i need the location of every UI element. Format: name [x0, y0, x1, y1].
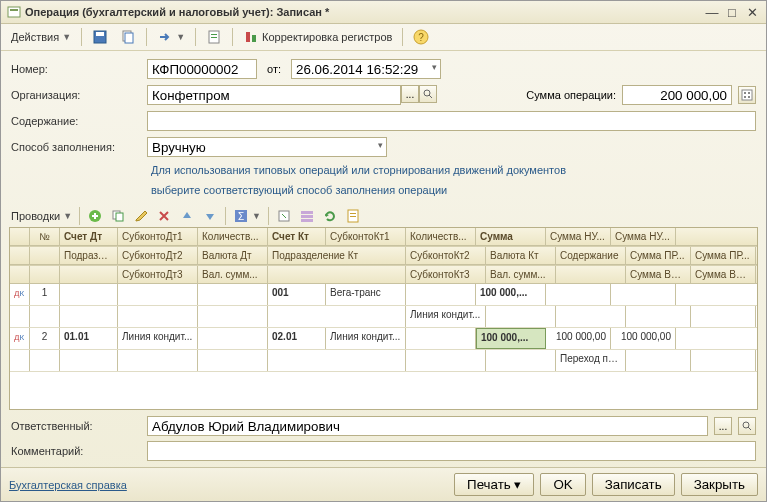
svg-rect-9 — [246, 32, 250, 42]
close-form-button[interactable]: Закрыть — [681, 473, 758, 496]
date-input[interactable] — [291, 59, 441, 79]
cell-qtydt[interactable] — [198, 328, 268, 349]
col-cur-kt[interactable]: Валюта Кт — [486, 247, 556, 264]
add-row-button[interactable] — [85, 207, 105, 225]
responsible-input[interactable] — [147, 416, 708, 436]
report-toolbar-button[interactable] — [202, 27, 226, 47]
cell-subkt1[interactable]: Линия кондит... — [326, 328, 406, 349]
col-vr2[interactable]: Сумма ВР ... — [691, 266, 756, 283]
col-subkt1[interactable]: СубконтоКт1 — [326, 228, 406, 245]
cell-qtydt[interactable] — [198, 284, 268, 305]
fill-method-select[interactable] — [147, 137, 387, 157]
col-cursum-kt[interactable]: Вал. сумм... — [486, 266, 556, 283]
table-row-sub[interactable]: Линия кондит... — [10, 306, 757, 328]
cell-subkt1[interactable]: Вега-транс — [326, 284, 406, 305]
col-acc-kt[interactable]: Счет Кт — [268, 228, 326, 245]
print-button[interactable]: Печать ▾ — [454, 473, 534, 496]
sum-op-input[interactable] — [622, 85, 732, 105]
col-subdt3[interactable]: СубконтоДт3 — [118, 266, 198, 283]
minimize-button[interactable]: — — [704, 4, 720, 20]
org-input[interactable] — [147, 85, 401, 105]
go-toolbar-button[interactable]: ▼ — [153, 27, 189, 47]
table-row-sub[interactable]: Переход права ... — [10, 350, 757, 372]
col-cur-dt[interactable]: Валюта Дт — [198, 247, 268, 264]
comment-input[interactable] — [147, 441, 756, 461]
entries-grid[interactable]: № Счет Дт СубконтоДт1 Количеств... Счет … — [9, 227, 758, 410]
cell-content[interactable]: Переход права ... — [556, 350, 626, 371]
registers-correction-button[interactable]: Корректировка регистров — [239, 27, 396, 47]
actions-menu[interactable]: Действия ▼ — [7, 29, 75, 45]
svg-rect-30 — [350, 213, 356, 214]
from-label: от: — [267, 63, 281, 75]
actions-label: Действия — [11, 31, 59, 43]
cell-nu2[interactable]: 100 000,00 — [611, 328, 676, 349]
col-div-kt[interactable]: Подразделение Кт — [268, 247, 406, 264]
table-row[interactable]: ДК 2 01.01 Линия кондит... 02.01 Линия к… — [10, 328, 757, 350]
cell-subkt2[interactable]: Линия кондит... — [406, 306, 486, 327]
close-button[interactable]: ✕ — [744, 4, 760, 20]
col-subkt2[interactable]: СубконтоКт2 — [406, 247, 486, 264]
spravka-link[interactable]: Бухгалтерская справка — [9, 479, 127, 491]
cell-acckt[interactable]: 001 — [268, 284, 326, 305]
entries-menu[interactable]: Проводки▼ — [9, 209, 74, 223]
col-nu2[interactable]: Сумма НУ... — [611, 228, 676, 245]
col-nu1[interactable]: Сумма НУ... — [546, 228, 611, 245]
move-down-button[interactable] — [200, 207, 220, 225]
cell-nu1[interactable]: 100 000,00 — [546, 328, 611, 349]
entries-toolbar: Проводки▼ Σ▼ — [1, 205, 766, 227]
org-search-button[interactable] — [419, 85, 437, 103]
cell-qtykt[interactable] — [406, 328, 476, 349]
svg-rect-26 — [301, 211, 313, 214]
col-qty-kt[interactable]: Количеств... — [406, 228, 476, 245]
ok-button[interactable]: OK — [540, 473, 585, 496]
responsible-search-button[interactable] — [738, 417, 756, 435]
col-pr2[interactable]: Сумма ПР... — [691, 247, 756, 264]
col-subdt1[interactable]: СубконтоДт1 — [118, 228, 198, 245]
col-sum[interactable]: Сумма — [476, 228, 546, 245]
cell-n[interactable]: 1 — [30, 284, 60, 305]
refresh-button[interactable] — [320, 207, 340, 225]
save-toolbar-button[interactable] — [88, 27, 112, 47]
sum-button[interactable]: Σ▼ — [231, 207, 263, 225]
cell-sum[interactable]: 100 000,... — [476, 284, 546, 305]
delete-row-button[interactable] — [154, 207, 174, 225]
move-up-button[interactable] — [177, 207, 197, 225]
number-input[interactable] — [147, 59, 257, 79]
col-pr1[interactable]: Сумма ПР... — [626, 247, 691, 264]
cell-nu1[interactable] — [546, 284, 611, 305]
table-row[interactable]: ДК 1 001 Вега-транс 100 000,... — [10, 284, 757, 306]
col-cursum-dt[interactable]: Вал. сумм... — [198, 266, 268, 283]
col-vr1[interactable]: Сумма ВР ... — [626, 266, 691, 283]
sum-calc-button[interactable] — [738, 86, 756, 104]
col-n[interactable]: № — [30, 228, 60, 245]
cell-qtykt[interactable] — [406, 284, 476, 305]
col-subdt2[interactable]: СубконтоДт2 — [118, 247, 198, 264]
cell-n[interactable]: 2 — [30, 328, 60, 349]
col-div-dt[interactable]: Подразде... Дт — [60, 247, 118, 264]
fill-button[interactable] — [274, 207, 294, 225]
cell-subdt1[interactable] — [118, 284, 198, 305]
cell-accdt[interactable] — [60, 284, 118, 305]
edit-row-button[interactable] — [131, 207, 151, 225]
grid-settings-button[interactable] — [297, 207, 317, 225]
col-content[interactable]: Содержание — [556, 247, 626, 264]
content-label: Содержание: — [11, 115, 141, 127]
more-button[interactable] — [343, 207, 363, 225]
col-qty-dt[interactable]: Количеств... — [198, 228, 268, 245]
maximize-button[interactable]: □ — [724, 4, 740, 20]
cell-accdt[interactable]: 01.01 — [60, 328, 118, 349]
copy-toolbar-button[interactable] — [116, 27, 140, 47]
cell-subdt1[interactable]: Линия кондит... — [118, 328, 198, 349]
svg-rect-3 — [96, 32, 104, 36]
cell-sum-selected[interactable]: 100 000,... — [476, 328, 546, 349]
cell-acckt[interactable]: 02.01 — [268, 328, 326, 349]
org-select-button[interactable]: ... — [401, 85, 419, 103]
save-button[interactable]: Записать — [592, 473, 675, 496]
col-acc-dt[interactable]: Счет Дт — [60, 228, 118, 245]
responsible-select-button[interactable]: ... — [714, 417, 732, 435]
col-subkt3[interactable]: СубконтоКт3 — [406, 266, 486, 283]
copy-row-button[interactable] — [108, 207, 128, 225]
cell-nu2[interactable] — [611, 284, 676, 305]
help-button[interactable]: ? — [409, 27, 433, 47]
content-input[interactable] — [147, 111, 756, 131]
